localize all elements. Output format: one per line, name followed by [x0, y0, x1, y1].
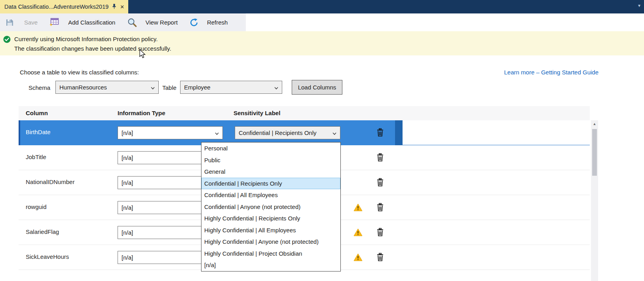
menu-item[interactable]: Highly Confidential | Recipients Only [201, 213, 340, 224]
sensitivity-label-dropdown[interactable]: Confidential | Recipients Only [235, 126, 340, 139]
schema-dropdown[interactable]: HumanResources [55, 81, 159, 94]
menu-item[interactable]: Highly Confidential | Project Obsidian [201, 248, 340, 260]
delete-classification-button[interactable] [377, 153, 384, 163]
chevron-down-icon [215, 129, 219, 136]
menu-item[interactable]: Confidential | All Employees [201, 189, 340, 201]
table-label: Table [162, 84, 177, 91]
table-row[interactable]: BirthDate [n/a] Confidential | Recipient… [19, 120, 590, 145]
menu-item[interactable]: Personal [201, 142, 340, 154]
row-selection-accent [19, 120, 20, 145]
header-sensitivity-label: Sensitivity Label [234, 110, 280, 116]
add-classification-icon [49, 18, 59, 27]
scrollbar-thumb[interactable] [592, 129, 597, 176]
information-type-value: [n/a] [122, 154, 133, 161]
menu-item[interactable]: Highly Confidential | Anyone (not protec… [201, 236, 340, 248]
schema-label: Schema [28, 84, 50, 91]
information-type-value: [n/a] [122, 254, 133, 261]
status-banner: Currently using Microsoft Information Pr… [0, 31, 644, 55]
tab-data-classification[interactable]: Data Classificatio...AdventureWorks2019 … [0, 0, 128, 13]
information-type-value: [n/a] [122, 229, 133, 236]
refresh-button[interactable]: Refresh [183, 13, 233, 31]
column-name: BirthDate [26, 129, 51, 135]
load-columns-button[interactable]: Load Columns [292, 80, 342, 95]
view-report-label: View Report [145, 19, 177, 26]
refresh-icon [190, 18, 198, 27]
menu-item[interactable]: Highly Confidential | All Employees [201, 224, 340, 236]
information-type-value: [n/a] [122, 129, 133, 136]
refresh-label: Refresh [207, 19, 228, 26]
save-label: Save [24, 19, 38, 26]
delete-classification-button[interactable] [377, 253, 384, 262]
column-name: JobTitle [26, 154, 46, 160]
menu-item[interactable]: General [201, 166, 340, 178]
column-name: SickLeaveHours [26, 253, 69, 260]
menu-item[interactable]: Public [201, 154, 340, 166]
menu-item-highlighted[interactable]: Confidential | Recipients Only [201, 178, 340, 190]
delete-classification-button[interactable] [377, 178, 384, 188]
column-name: rowguid [26, 203, 47, 210]
table-dropdown[interactable]: Employee [180, 81, 282, 94]
banner-line-2: The classification changes have been upd… [14, 44, 171, 53]
delete-classification-button[interactable] [377, 128, 384, 138]
menu-item[interactable]: Confidential | Anyone (not protected) [201, 201, 340, 213]
vertical-scrollbar[interactable]: ▲ [591, 120, 598, 281]
add-classification-label: Add Classification [68, 19, 115, 26]
schema-dropdown-value: HumanResources [59, 84, 107, 91]
chevron-down-icon [332, 129, 336, 136]
scroll-up-icon[interactable]: ▲ [591, 120, 598, 127]
view-report-button[interactable]: View Report [121, 13, 183, 31]
column-name: NationalIDNumber [26, 178, 74, 185]
information-type-dropdown[interactable]: [n/a] [118, 126, 223, 139]
chevron-down-icon [151, 84, 155, 91]
sensitivity-label-value: Confidential | Recipients Only [239, 129, 317, 136]
add-classification-button[interactable]: Add Classification [44, 13, 121, 31]
banner-line-1: Currently using Microsoft Information Pr… [14, 34, 171, 44]
header-column: Column [26, 110, 48, 116]
status-banner-text: Currently using Microsoft Information Pr… [14, 34, 171, 55]
check-circle-icon [3, 36, 11, 55]
delete-classification-button[interactable] [377, 228, 384, 237]
grid-header-row: Column Information Type Sensitivity Labe… [19, 106, 590, 120]
tab-list-chevron-icon[interactable]: ▾ [638, 3, 640, 8]
information-type-value: [n/a] [122, 179, 133, 186]
choose-table-prompt: Choose a table to view its classified co… [20, 69, 139, 76]
tab-strip: Data Classificatio...AdventureWorks2019 … [0, 0, 644, 13]
delete-classification-button[interactable] [377, 203, 384, 213]
close-icon[interactable]: ✕ [120, 4, 124, 9]
pin-icon[interactable] [112, 4, 116, 10]
tab-title: Data Classificatio...AdventureWorks2019 [4, 4, 108, 10]
view-report-icon [127, 18, 137, 27]
table-dropdown-value: Employee [184, 84, 211, 91]
learn-more-link[interactable]: Learn more – Getting Started Guide [504, 69, 598, 76]
header-information-type: Information Type [118, 110, 165, 116]
column-name: SalariedFlag [26, 228, 59, 235]
menu-item[interactable]: [n/a] [201, 259, 340, 271]
toolbar-group: Save Add Classification View Report Refr… [0, 13, 246, 31]
sensitivity-label-menu: Personal Public General Confidential | R… [201, 142, 341, 272]
save-button[interactable]: Save [0, 13, 44, 31]
toolbar: Save Add Classification View Report Refr… [0, 13, 644, 31]
chevron-down-icon [274, 84, 278, 91]
warning-icon [353, 203, 363, 213]
warning-icon [353, 253, 363, 262]
information-type-value: [n/a] [122, 204, 133, 211]
save-icon [6, 19, 14, 27]
warning-icon [353, 228, 363, 237]
row-selection-endblock [395, 120, 403, 145]
